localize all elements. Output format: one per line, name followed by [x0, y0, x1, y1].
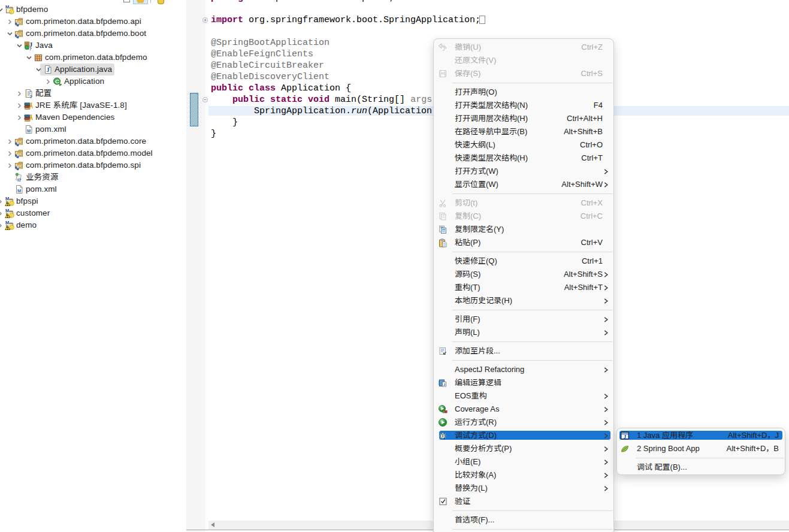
svg-text:M: M [27, 128, 31, 134]
svg-text:!?: !? [17, 178, 22, 182]
svg-text:M: M [5, 208, 9, 213]
svg-text:M: M [5, 5, 9, 10]
svg-text:C: C [55, 78, 59, 84]
svg-text:?: ? [29, 47, 32, 50]
svg-text:M: M [5, 197, 9, 201]
svg-text:M: M [5, 220, 9, 225]
svg-text:M: M [17, 188, 21, 194]
svg-text:J: J [46, 66, 49, 73]
svg-text:?: ? [29, 94, 32, 98]
